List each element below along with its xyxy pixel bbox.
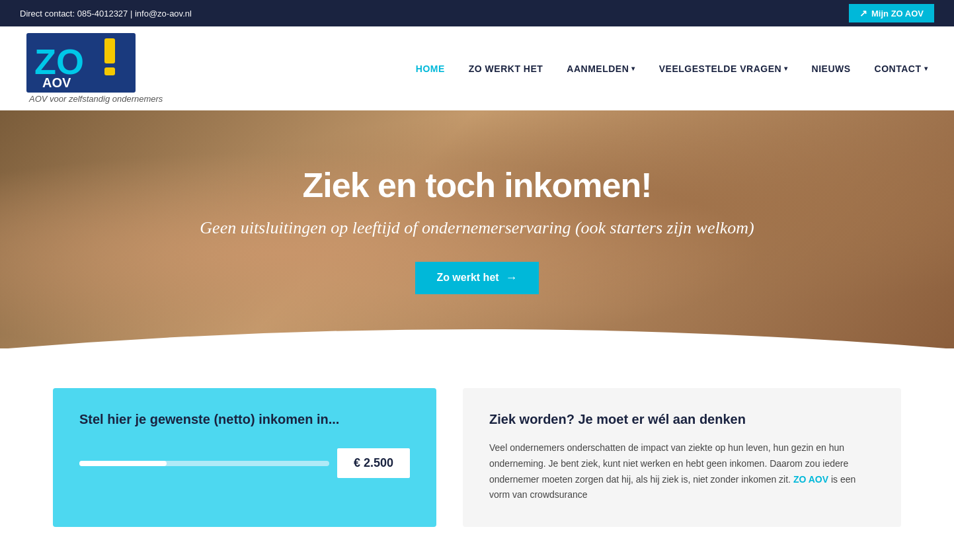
- contact-info: Direct contact: 085-4012327 | info@zo-ao…: [20, 9, 192, 19]
- hero-section: Ziek en toch inkomen! Geen uitsluitingen…: [0, 110, 954, 348]
- brand-name: ZO AOV: [793, 474, 828, 485]
- mijn-zo-aov-button[interactable]: ↗ Mijn ZO AOV: [849, 4, 934, 22]
- hero-curve: [0, 309, 954, 348]
- logo-tagline: AOV voor zelfstandig ondernemers: [29, 94, 163, 104]
- arrow-right-icon: →: [506, 271, 518, 285]
- calculator-card: Stel hier je gewenste (netto) inkomen in…: [53, 388, 436, 527]
- main-content: Stel hier je gewenste (netto) inkomen in…: [0, 348, 954, 553]
- nav-contact[interactable]: CONTACT ▾: [875, 63, 928, 74]
- nav-veelgestelde-vragen[interactable]: VEELGESTELDE VRAGEN ▾: [659, 63, 788, 74]
- nav-home[interactable]: HOME: [416, 63, 445, 74]
- external-link-icon: ↗: [859, 8, 867, 19]
- svg-rect-3: [104, 67, 115, 75]
- slider-track[interactable]: [79, 461, 329, 466]
- nav-nieuws[interactable]: NIEUWS: [812, 63, 851, 74]
- nav-zo-werkt-het[interactable]: ZO WERKT HET: [469, 63, 543, 74]
- svg-rect-2: [104, 38, 115, 63]
- svg-text:AOV: AOV: [42, 75, 71, 90]
- info-card-title: Ziek worden? Je moet er wél aan denken: [489, 412, 875, 427]
- nav-aanmelden[interactable]: AANMELDEN ▾: [567, 63, 635, 74]
- aanmelden-chevron-icon: ▾: [631, 65, 635, 72]
- veelgestelde-vragen-chevron-icon: ▾: [784, 65, 788, 72]
- info-card: Ziek worden? Je moet er wél aan denken V…: [463, 388, 901, 527]
- info-card-body: Veel ondernemers onderschatten de impact…: [489, 440, 875, 503]
- zo-werkt-het-label: Zo werkt het: [436, 272, 498, 284]
- main-nav: HOME ZO WERKT HET AANMELDEN ▾ VEELGESTEL…: [416, 63, 928, 74]
- hero-title: Ziek en toch inkomen!: [200, 165, 754, 205]
- hero-content: Ziek en toch inkomen! Geen uitsluitingen…: [186, 165, 767, 294]
- logo-area: ZO AOV AOV voor zelfstandig ondernemers: [26, 33, 163, 104]
- contact-text: Direct contact: 085-4012327 | info@zo-ao…: [20, 9, 192, 19]
- income-slider-row: € 2.500: [79, 448, 410, 478]
- top-bar: Direct contact: 085-4012327 | info@zo-ao…: [0, 0, 954, 26]
- logo[interactable]: ZO AOV: [26, 33, 136, 93]
- hero-subtitle: Geen uitsluitingen op leeftijd of ondern…: [200, 218, 754, 238]
- slider-value: € 2.500: [337, 448, 410, 478]
- mijn-zo-aov-label: Mijn ZO AOV: [871, 9, 924, 19]
- header: ZO AOV AOV voor zelfstandig ondernemers …: [0, 26, 954, 110]
- slider-fill: [79, 461, 167, 466]
- contact-chevron-icon: ▾: [924, 65, 928, 72]
- zo-werkt-het-button[interactable]: Zo werkt het →: [415, 262, 538, 294]
- calculator-title: Stel hier je gewenste (netto) inkomen in…: [79, 412, 410, 427]
